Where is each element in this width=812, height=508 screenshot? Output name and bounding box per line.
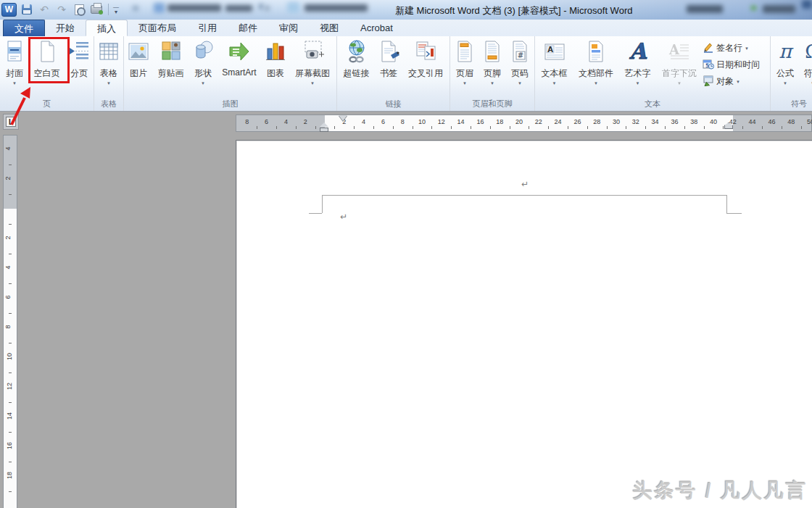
footer-page-icon xyxy=(480,39,505,67)
button-label: 超链接 xyxy=(344,67,370,80)
ruler-number: 18 xyxy=(496,118,503,125)
bookmark-button[interactable]: 书签 xyxy=(375,37,402,80)
page-break-icon xyxy=(67,39,91,67)
text-box-button[interactable]: A文本框▼ xyxy=(536,37,573,86)
button-label: 形状 xyxy=(194,67,212,80)
dropdown-arrow-icon[interactable]: ▼ xyxy=(783,81,787,86)
ruler-tick xyxy=(354,126,355,129)
signature-pen-icon xyxy=(703,41,714,55)
ruler-number: 4 xyxy=(4,146,12,150)
clip-art-icon xyxy=(159,39,183,67)
group-label-symbols: 符号 xyxy=(771,99,812,111)
ruler-number: 26 xyxy=(573,118,581,125)
tab-review[interactable]: 审阅 xyxy=(268,20,309,36)
ruler-tick xyxy=(413,126,413,129)
vertical-ruler[interactable]: 4224681012141618 xyxy=(3,135,17,508)
ruler-number: 2 xyxy=(4,176,12,180)
chart-button[interactable]: 图表 xyxy=(262,37,289,80)
print-preview-icon[interactable] xyxy=(72,3,86,16)
dropdown-arrow-icon[interactable]: ▼ xyxy=(552,81,557,86)
button-label: 表格 xyxy=(100,67,117,80)
button-label: 剪贴画 xyxy=(158,67,184,80)
footer-button[interactable]: 页脚▼ xyxy=(478,37,506,86)
undo-icon[interactable]: ↶ xyxy=(37,3,51,16)
tab-mailings[interactable]: 邮件 xyxy=(228,20,268,36)
picture-icon xyxy=(126,39,151,67)
header-button[interactable]: 页眉▼ xyxy=(451,37,478,86)
dropdown-arrow-icon[interactable]: ▼ xyxy=(594,81,598,86)
ruler-number: 6 xyxy=(381,118,385,125)
object-button[interactable]: 对象▼ xyxy=(703,75,769,88)
symbol-button[interactable]: Ω符号▼ xyxy=(799,37,812,86)
dropdown-arrow-icon[interactable]: ▼ xyxy=(636,81,640,86)
document-page[interactable]: ↵ ↵ xyxy=(236,140,812,508)
cover-page-button[interactable]: 封面▼ xyxy=(1,37,28,86)
button-label: 公式 xyxy=(776,67,794,80)
dropdown-arrow-icon[interactable]: ▼ xyxy=(490,81,494,86)
tab-insert[interactable]: 插入 xyxy=(86,20,128,36)
dropdown-arrow-icon[interactable]: ▼ xyxy=(201,81,205,86)
ribbon-tab-row: 文件开始插入页面布局引用邮件审阅视图Acrobat xyxy=(0,20,812,36)
ruler-tick xyxy=(9,254,12,254)
left-indent-marker[interactable] xyxy=(320,122,328,132)
dropdown-arrow-icon[interactable]: ▼ xyxy=(107,81,111,86)
page-number-button[interactable]: #页码▼ xyxy=(506,37,534,86)
ruler-number: 12 xyxy=(6,383,13,390)
cross-reference-button[interactable]: 交叉引用 xyxy=(402,37,449,80)
page-number-icon: # xyxy=(508,39,532,67)
equation-button[interactable]: π公式▼ xyxy=(771,37,799,86)
group-label-header-footer: 页眉和页脚 xyxy=(451,99,534,111)
date-time-button[interactable]: 5日期和时间 xyxy=(703,58,769,72)
ruler-tick xyxy=(801,126,802,129)
bookmark-page-icon xyxy=(376,39,401,67)
ruler-tick xyxy=(607,126,608,129)
qat-customize-dropdown-icon[interactable]: —▾ xyxy=(113,4,119,14)
smartart-button[interactable]: SmartArt xyxy=(217,37,262,78)
titlebar: W ↶ ↷ —▾ 新建 Microsoft Word 文档 (3) [兼容模式]… xyxy=(0,0,812,20)
button-label: 页脚 xyxy=(484,67,501,80)
table-button[interactable]: 表格▼ xyxy=(95,37,123,86)
tab-page-layout[interactable]: 页面布局 xyxy=(128,20,187,36)
clip-art-button[interactable]: 剪贴画 xyxy=(152,37,189,80)
group-label-tables: 表格 xyxy=(95,99,123,111)
ruler-tick xyxy=(9,402,12,403)
ruler-number: 18 xyxy=(6,472,13,479)
blurred-patch xyxy=(154,3,165,13)
quick-parts-button[interactable]: 文档部件▼ xyxy=(573,37,619,86)
ruler-tick xyxy=(9,283,12,284)
dropdown-arrow-icon[interactable]: ▼ xyxy=(463,81,467,86)
hyperlink-button[interactable]: 超链接 xyxy=(338,37,375,80)
smartart-icon xyxy=(227,39,252,67)
redo-icon[interactable]: ↷ xyxy=(54,3,69,16)
tab-home[interactable]: 开始 xyxy=(45,20,86,36)
button-label: 日期和时间 xyxy=(716,59,760,71)
date-time-icon: 5 xyxy=(703,58,714,72)
qat-separator xyxy=(108,4,109,15)
ruler-number: 38 xyxy=(690,118,697,125)
save-icon[interactable] xyxy=(20,3,34,16)
print-icon[interactable] xyxy=(89,3,104,16)
word-logo-icon[interactable]: W xyxy=(1,3,17,17)
tab-file[interactable]: 文件 xyxy=(3,20,45,36)
ribbon-group-symbols: π公式▼Ω符号▼符号 xyxy=(771,36,812,111)
dropdown-arrow-icon[interactable]: ▼ xyxy=(310,81,315,86)
dropdown-arrow-icon[interactable]: ▼ xyxy=(745,46,749,51)
dropdown-arrow-icon[interactable]: ▼ xyxy=(518,81,522,86)
ruler-number: 46 xyxy=(768,118,775,125)
signature-line-button[interactable]: 签名行▼ xyxy=(703,41,769,55)
ruler-number: 44 xyxy=(749,118,756,125)
picture-button[interactable]: 图片 xyxy=(125,37,152,80)
screenshot-button[interactable]: 屏幕截图▼ xyxy=(289,37,336,86)
wordart-button[interactable]: A艺术字▼ xyxy=(619,37,656,86)
dropdown-arrow-icon[interactable]: ▼ xyxy=(736,80,740,84)
shapes-button[interactable]: 形状▼ xyxy=(189,37,217,86)
tab-view[interactable]: 视图 xyxy=(309,20,349,36)
button-label: 交叉引用 xyxy=(408,67,443,80)
tab-acrobat[interactable]: Acrobat xyxy=(349,20,404,36)
tab-references[interactable]: 引用 xyxy=(187,20,228,36)
first-line-indent-marker[interactable] xyxy=(339,115,347,121)
blurred-patch xyxy=(167,4,221,12)
drop-cap-icon: A xyxy=(667,39,692,67)
svg-text:π: π xyxy=(779,40,794,62)
equation-pi-icon: π xyxy=(773,39,798,67)
